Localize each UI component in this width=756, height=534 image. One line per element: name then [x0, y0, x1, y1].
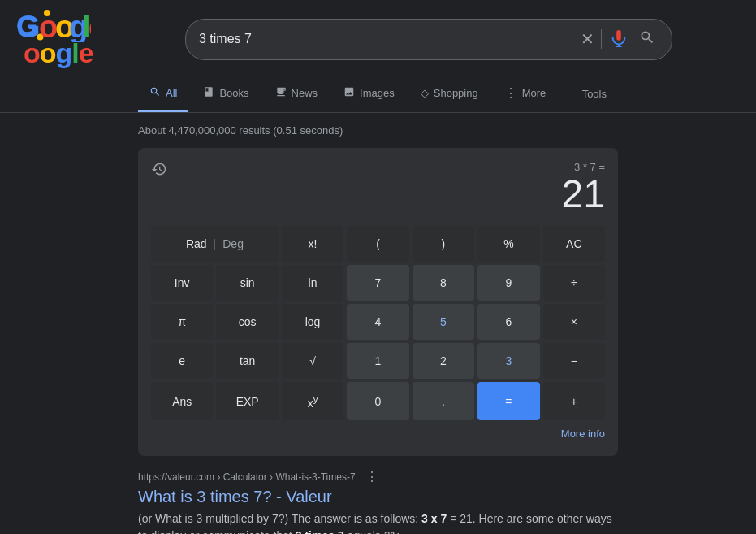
calc-btn-sin[interactable]: sin	[216, 265, 278, 301]
search-bar: ✕	[185, 19, 672, 60]
calc-result-area: 3 * 7 = 21	[562, 161, 605, 216]
tab-all-label: All	[166, 87, 177, 99]
header: G oogle G o o g l e ✕	[0, 0, 756, 75]
calc-result: 21	[562, 173, 605, 216]
images-icon	[343, 86, 355, 100]
calc-btn-rad-deg[interactable]: Rad | Deg	[151, 226, 279, 262]
deg-text: Deg	[222, 237, 244, 250]
calc-btn-ac[interactable]: AC	[543, 226, 605, 262]
tab-images-label: Images	[360, 87, 395, 99]
calc-btn-pi[interactable]: π	[151, 304, 213, 340]
tab-more-label: More	[522, 87, 546, 99]
calc-btn-ans[interactable]: Ans	[151, 382, 213, 421]
calc-btn-log[interactable]: log	[282, 304, 343, 340]
calc-btn-close-paren[interactable]: )	[413, 226, 474, 262]
result-url: https://valeur.com › Calculator › What-i…	[138, 471, 356, 483]
calc-btn-equals[interactable]: =	[477, 382, 539, 421]
calc-btn-minus[interactable]: −	[543, 343, 605, 379]
search-divider	[601, 29, 602, 49]
tab-shopping[interactable]: ◇ Shopping	[409, 77, 490, 111]
content: About 4,470,000,000 results (0.51 second…	[0, 113, 756, 534]
calc-btn-cos[interactable]: cos	[216, 304, 278, 340]
calc-btn-9[interactable]: 9	[477, 265, 539, 301]
calc-btn-e[interactable]: e	[151, 343, 213, 379]
tab-news[interactable]: News	[264, 76, 330, 112]
calc-btn-inv[interactable]: Inv	[151, 265, 213, 301]
result-title[interactable]: What is 3 times 7? - Valeur	[138, 486, 618, 507]
calc-btn-sqrt[interactable]: √	[282, 343, 343, 379]
tab-more[interactable]: ⋮ More	[493, 76, 558, 113]
shopping-icon: ◇	[421, 87, 429, 99]
calc-btn-dot[interactable]: .	[413, 382, 474, 421]
books-icon	[203, 86, 214, 100]
news-icon	[275, 86, 287, 100]
clear-button[interactable]: ✕	[581, 31, 594, 47]
more-info-link[interactable]: More info	[561, 428, 605, 440]
tools-button[interactable]: Tools	[571, 78, 618, 110]
calc-btn-0[interactable]: 0	[347, 382, 408, 421]
calc-btn-divide[interactable]: ÷	[543, 265, 605, 301]
svg-text:e: e	[89, 10, 91, 42]
search-icon	[639, 29, 655, 46]
calc-btn-factorial[interactable]: x!	[282, 226, 343, 262]
calc-btn-multiply[interactable]: ×	[543, 304, 605, 340]
calc-btn-1[interactable]: 1	[347, 343, 408, 379]
calc-btn-5[interactable]: 5	[413, 304, 474, 340]
mic-icon	[610, 29, 628, 47]
more-icon: ⋮	[504, 85, 517, 101]
result-snippet: (or What is 3 multiplied by 7?) The answ…	[138, 510, 618, 534]
calc-btn-open-paren[interactable]: (	[347, 226, 408, 262]
search-result: https://valeur.com › Calculator › What-i…	[138, 469, 618, 534]
tab-books-label: Books	[219, 87, 248, 99]
calc-btn-power[interactable]: xy	[282, 382, 343, 421]
result-menu-icon[interactable]: ⋮	[365, 469, 378, 484]
calc-btn-exp[interactable]: EXP	[216, 382, 278, 421]
more-info-area: More info	[151, 420, 605, 443]
calc-btn-2[interactable]: 2	[413, 343, 474, 379]
deg-separator: |	[214, 237, 217, 250]
calculator-widget: 3 * 7 = 21 Rad | Deg x! ( ) % AC Inv sin…	[138, 148, 618, 456]
calc-btn-4[interactable]: 4	[347, 304, 408, 340]
calc-btn-ln[interactable]: ln	[282, 265, 343, 301]
nav-tabs: All Books News Images ◇ Shopping ⋮ More …	[0, 75, 756, 113]
tab-all[interactable]: All	[138, 76, 188, 112]
result-url-line: https://valeur.com › Calculator › What-i…	[138, 469, 618, 484]
calc-expression: 3 * 7 =	[562, 161, 605, 173]
tab-news-label: News	[292, 87, 318, 99]
calc-btn-8[interactable]: 8	[413, 265, 474, 301]
all-icon	[149, 86, 161, 100]
calc-btn-7[interactable]: 7	[347, 265, 408, 301]
calc-btn-tan[interactable]: tan	[216, 343, 278, 379]
calc-btn-3[interactable]: 3	[477, 343, 539, 379]
calc-btn-percent[interactable]: %	[477, 226, 539, 262]
results-count: About 4,470,000,000 results (0.51 second…	[138, 124, 618, 137]
tab-images[interactable]: Images	[332, 76, 406, 112]
tab-shopping-label: Shopping	[434, 87, 478, 99]
calc-history-icon[interactable]	[151, 161, 167, 181]
svg-text:G: G	[16, 10, 41, 42]
google-logo-svg: G o o g l e	[16, 8, 91, 45]
calc-btn-plus[interactable]: +	[543, 382, 605, 421]
tab-books[interactable]: Books	[192, 76, 260, 112]
calc-btn-6[interactable]: 6	[477, 304, 539, 340]
search-input[interactable]	[199, 32, 574, 46]
calc-buttons: Rad | Deg x! ( ) % AC Inv sin ln 7 8 9 ÷…	[151, 226, 605, 421]
rad-text: Rad	[186, 237, 207, 250]
mic-button[interactable]	[608, 28, 629, 51]
calc-display: 3 * 7 = 21	[151, 161, 605, 216]
search-submit-button[interactable]	[636, 26, 659, 53]
